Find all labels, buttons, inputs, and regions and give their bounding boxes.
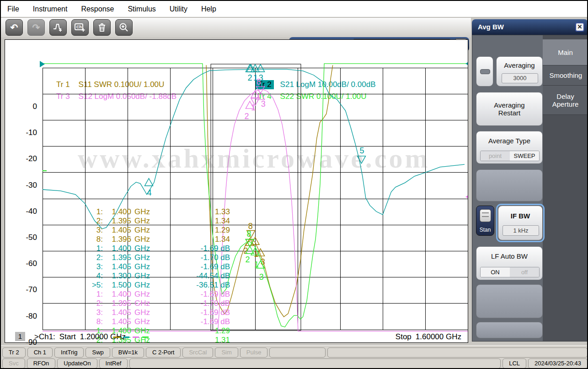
average-type-label: Average Type bbox=[476, 137, 542, 145]
trash-icon bbox=[97, 22, 107, 33]
channel-footer: 1 >Ch1: Start 1.20000 GHz Stop 1.60000 G… bbox=[5, 332, 468, 343]
lf-auto-bw-option-off[interactable]: off bbox=[510, 267, 539, 277]
marker-table-row: 2:1.395GHz-1.70 dB bbox=[70, 299, 230, 308]
toolbar: ↶ ↷ Ch IF BW bbox=[1, 18, 471, 38]
status-lcl[interactable]: LCL bbox=[502, 358, 526, 369]
svg-text:8: 8 bbox=[246, 229, 251, 239]
panel-body: MainSmoothingDelay Aperture Averaging 30… bbox=[472, 35, 588, 342]
svg-text:3: 3 bbox=[259, 272, 264, 282]
switch-icon bbox=[480, 209, 491, 222]
stan-label: Stan bbox=[476, 227, 494, 233]
status-swp[interactable]: Swp bbox=[86, 347, 110, 358]
menu-bar: FileInstrumentResponseStimulusUtilityHel… bbox=[1, 1, 587, 17]
add-trace-button[interactable] bbox=[49, 19, 67, 36]
trace-color-dash bbox=[113, 336, 120, 338]
marker-table-row: 2:1.395GHz-1.70 dB bbox=[70, 253, 230, 262]
status-tr-2[interactable]: Tr 2 bbox=[2, 347, 26, 358]
undo-button[interactable]: ↶ bbox=[5, 19, 23, 36]
status-srccal[interactable]: SrcCal bbox=[182, 347, 213, 358]
marker-table-row: 1:1.400GHz1.33 bbox=[70, 207, 230, 217]
svg-text:3: 3 bbox=[261, 99, 266, 109]
vna-application-window: FileInstrumentResponseStimulusUtilityHel… bbox=[0, 0, 588, 369]
average-type-option-sweep[interactable]: SWEEP bbox=[510, 151, 539, 161]
status-2024-03-25-20-43[interactable]: 2024/03/25-20:43 bbox=[528, 358, 588, 369]
y-axis-tick-label: -10 bbox=[18, 128, 37, 137]
average-type-option-point[interactable]: point bbox=[481, 151, 510, 161]
status-blank bbox=[327, 347, 588, 358]
if-bw-softkey-label: IF BW bbox=[498, 212, 542, 220]
channel-label: >Ch1: bbox=[34, 332, 55, 342]
zoom-in-icon bbox=[118, 22, 129, 33]
marker-table-row: 8:1.396GHz1.34 bbox=[70, 235, 230, 244]
lf-auto-bw-option-on[interactable]: ON bbox=[481, 267, 510, 277]
status-inttrig[interactable]: IntTrig bbox=[54, 347, 84, 358]
marker-table-row: 3:1.405GHz1.29 bbox=[70, 226, 230, 235]
status-svc[interactable]: Svc bbox=[2, 358, 25, 369]
if-bw-softkey-value: 1 kHz bbox=[502, 225, 539, 236]
status-intref[interactable]: IntRef bbox=[99, 358, 128, 369]
zoom-button[interactable] bbox=[115, 19, 133, 36]
svg-text:8: 8 bbox=[257, 77, 261, 87]
status-blank bbox=[269, 347, 326, 358]
menu-item-utility[interactable]: Utility bbox=[170, 5, 187, 13]
averaging-button[interactable]: Averaging 3000 bbox=[496, 56, 543, 87]
marker-table-row: 3:1.405GHz-1.69 dB bbox=[70, 262, 230, 271]
svg-text:5: 5 bbox=[360, 146, 364, 155]
start-label: Start bbox=[59, 332, 76, 342]
tab-delay-aperture[interactable]: Delay Aperture bbox=[543, 86, 588, 115]
status-bw-1k[interactable]: BW=1k bbox=[112, 347, 144, 358]
avg-bw-side-panel: Avg BW ✕ MainSmoothingDelay Aperture Ave… bbox=[472, 19, 588, 342]
svg-text:2: 2 bbox=[245, 255, 250, 264]
y-axis-tick-label: -40 bbox=[18, 207, 37, 216]
trace-color-dash bbox=[142, 336, 149, 338]
status-c-2-port[interactable]: C 2-Port bbox=[146, 347, 181, 358]
average-type-toggle[interactable]: point SWEEP bbox=[480, 151, 540, 161]
menu-item-stimulus[interactable]: Stimulus bbox=[128, 5, 155, 13]
blank-softkey-1 bbox=[476, 169, 543, 201]
tab-smoothing[interactable]: Smoothing bbox=[543, 65, 588, 86]
lf-auto-bw-label: LF Auto BW bbox=[476, 252, 542, 260]
marker-table-row: 2:1.395GHz1.34 bbox=[70, 217, 230, 226]
menu-item-file[interactable]: File bbox=[7, 5, 19, 13]
status-blank bbox=[129, 358, 501, 369]
panel-tab-column: MainSmoothingDelay Aperture bbox=[543, 35, 588, 341]
status-rfon[interactable]: RFOn bbox=[27, 358, 56, 369]
close-icon[interactable]: ✕ bbox=[575, 22, 584, 32]
lf-auto-bw-toggle[interactable]: ON off bbox=[480, 267, 540, 277]
y-axis-tick-label: -70 bbox=[18, 285, 37, 294]
blank-softkey-3 bbox=[476, 322, 543, 338]
if-bw-softkey[interactable]: IF BW 1 kHz bbox=[498, 206, 543, 240]
averaging-toggle-button[interactable] bbox=[476, 56, 493, 87]
svg-text:4: 4 bbox=[147, 188, 152, 197]
stop-value[interactable]: 1.60000 GHz bbox=[416, 332, 461, 342]
marker-table-row: 3:1.405GHz-1.69 dB bbox=[70, 308, 230, 317]
stop-label: Stop bbox=[396, 332, 412, 342]
menu-item-help[interactable]: Help bbox=[201, 5, 216, 13]
y-axis-tick-label: -60 bbox=[18, 259, 37, 268]
add-channel-button[interactable]: Ch bbox=[71, 19, 89, 36]
menu-item-instrument[interactable]: Instrument bbox=[33, 5, 68, 13]
status-updateon[interactable]: UpdateOn bbox=[57, 358, 97, 369]
redo-button[interactable]: ↷ bbox=[27, 19, 45, 36]
tab-main[interactable]: Main bbox=[543, 39, 588, 65]
average-type-button[interactable]: Average Type point SWEEP bbox=[476, 131, 543, 164]
status-pulse[interactable]: Pulse bbox=[240, 347, 268, 358]
menu-item-response[interactable]: Response bbox=[81, 5, 114, 13]
status-sim[interactable]: Sim bbox=[215, 347, 238, 358]
stan-toggle-button[interactable]: Stan bbox=[476, 206, 494, 236]
blank-softkey-2 bbox=[476, 284, 543, 318]
averaging-restart-button[interactable]: Averaging Restart bbox=[476, 92, 543, 126]
delete-button[interactable] bbox=[93, 19, 111, 36]
y-axis-tick-label: -30 bbox=[18, 181, 37, 190]
marker-table-row: 4:1.300GHz-44.54 dB bbox=[70, 271, 230, 281]
averaging-restart-label: Averaging Restart bbox=[489, 101, 530, 117]
y-axis-tick-label: -80 bbox=[18, 312, 37, 321]
svg-text:2: 2 bbox=[244, 112, 249, 121]
trace-color-dash bbox=[123, 336, 129, 338]
lf-auto-bw-button[interactable]: LF Auto BW ON off bbox=[476, 246, 543, 280]
y-axis-tick-label: -20 bbox=[18, 154, 37, 163]
svg-text:2: 2 bbox=[247, 73, 252, 82]
y-axis-tick-label: 0 bbox=[18, 102, 37, 111]
status-ch-1[interactable]: Ch 1 bbox=[27, 347, 53, 358]
add-trace-icon bbox=[53, 22, 64, 33]
